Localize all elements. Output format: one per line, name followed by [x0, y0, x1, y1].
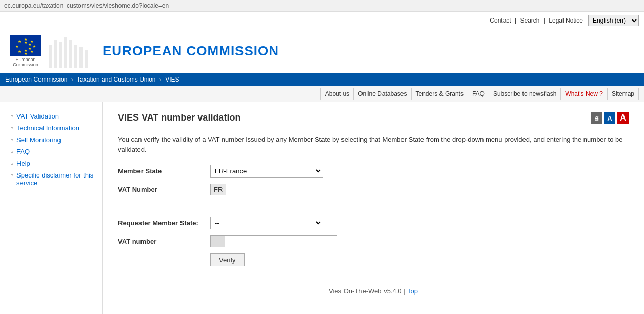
breadcrumb-ec[interactable]: European Commission [5, 76, 67, 83]
sidebar-item-technical-info[interactable]: Technical Information [10, 124, 97, 132]
content-area: VIES VAT number validation 🖨 A A You can… [103, 102, 644, 314]
form-section-2: Requester Member State: -- AT-Austria FR… [118, 217, 629, 266]
print-button[interactable]: 🖨 [591, 112, 602, 124]
vat-number-2-input[interactable] [225, 235, 337, 247]
svg-rect-20 [85, 50, 88, 68]
svg-text:★: ★ [24, 40, 27, 44]
menu-about-us[interactable]: About us [320, 88, 353, 100]
svg-text:★: ★ [24, 51, 27, 55]
footer-text: Vies On-The-Web v5.4.0 [329, 287, 402, 295]
icon-bar: 🖨 A A [591, 112, 629, 124]
svg-rect-17 [69, 40, 72, 68]
member-state-label: Member State [118, 167, 210, 175]
building-silhouette [46, 34, 92, 68]
svg-rect-15 [59, 42, 62, 68]
header: ★ ★ ★ ★ ★ ★ ★ ★ ★ ★ ★ ★ EuropeanCom [0, 29, 644, 73]
svg-rect-14 [54, 40, 57, 68]
vat-prefix-2 [210, 235, 225, 247]
font-large-button[interactable]: A [617, 112, 629, 124]
breadcrumb-bar: European Commission › Taxation and Custo… [0, 73, 644, 86]
svg-text:★: ★ [18, 39, 21, 43]
page-footer: Vies On-The-Web v5.4.0 | Top [118, 277, 629, 305]
form-section-1: Member State FR-France AT-Austria BE-Bel… [118, 165, 629, 195]
faq-link[interactable]: FAQ [16, 148, 30, 155]
svg-text:★: ★ [28, 42, 31, 46]
legal-notice-link[interactable]: Legal Notice [549, 17, 583, 24]
member-state-select[interactable]: FR-France AT-Austria BE-Belgium DE-Germa… [210, 165, 323, 178]
eu-label: EuropeanCommission [13, 57, 38, 67]
vat-validation-link[interactable]: VAT Validation [16, 112, 59, 120]
eu-flag: ★ ★ ★ ★ ★ ★ ★ ★ ★ ★ ★ ★ [10, 35, 41, 56]
sidebar-item-faq[interactable]: FAQ [10, 148, 97, 155]
vat-number-label: VAT Number [118, 186, 210, 193]
search-link[interactable]: Search [520, 17, 539, 24]
svg-rect-18 [74, 45, 77, 68]
svg-text:★: ★ [24, 48, 27, 52]
menu-online-databases[interactable]: Online Databases [353, 88, 411, 100]
breadcrumb-vies[interactable]: VIES [165, 76, 179, 83]
font-small-button[interactable]: A [604, 112, 615, 124]
svg-rect-19 [79, 47, 83, 68]
menu-bar: About us Online Databases Tenders & Gran… [0, 86, 644, 102]
help-link[interactable]: Help [16, 160, 30, 167]
section-divider [118, 206, 629, 206]
vat-number-row: VAT Number FR [118, 184, 629, 195]
technical-info-link[interactable]: Technical Information [16, 124, 79, 132]
menu-whats-new[interactable]: What's New ? [560, 88, 607, 100]
svg-text:★: ★ [18, 49, 21, 53]
member-state-control: FR-France AT-Austria BE-Belgium DE-Germa… [210, 165, 323, 178]
contact-link[interactable]: Contact [490, 17, 511, 24]
top-bar: Contact | Search | Legal Notice English … [0, 12, 644, 29]
self-monitoring-link[interactable]: Self Monitoring [16, 136, 61, 144]
vat-number-input[interactable] [226, 184, 338, 195]
requester-state-control: -- AT-Austria FR-France DE-Germany [210, 217, 323, 229]
member-state-row: Member State FR-France AT-Austria BE-Bel… [118, 165, 629, 178]
requester-state-row: Requester Member State: -- AT-Austria FR… [118, 217, 629, 229]
address-bar: ec.europa.eu/taxation_customs/vies/viesh… [0, 0, 644, 12]
verify-button[interactable]: Verify [210, 253, 245, 266]
footer-separator: | [404, 287, 407, 295]
vat-number-2-label: VAT number [118, 238, 210, 245]
vat-prefix: FR [210, 184, 226, 195]
menu-sitemap[interactable]: Sitemap [607, 88, 639, 100]
breadcrumb-taxation[interactable]: Taxation and Customs Union [77, 76, 155, 83]
requester-state-label: Requester Member State: [118, 219, 210, 227]
desc-content: You can verify the validity of a VAT num… [118, 135, 622, 153]
menu-subscribe[interactable]: Subscribe to newsflash [489, 88, 560, 100]
main-layout: VAT Validation Technical Information Sel… [0, 102, 644, 314]
vat-number-control: FR [210, 184, 338, 195]
svg-text:★: ★ [28, 46, 31, 50]
logo-area: ★ ★ ★ ★ ★ ★ ★ ★ ★ ★ ★ ★ EuropeanCom [10, 34, 92, 68]
sidebar-item-disclaimer[interactable]: Specific disclaimer for this service [10, 171, 97, 187]
language-select[interactable]: English (en) Français (fr) Deutsch (de) [588, 15, 639, 26]
page-title: VIES VAT number validation [118, 112, 240, 123]
sidebar-item-help[interactable]: Help [10, 160, 97, 167]
requester-state-select[interactable]: -- AT-Austria FR-France DE-Germany [210, 217, 323, 229]
description-text: You can verify the validity of a VAT num… [118, 134, 629, 154]
disclaimer-link[interactable]: Specific disclaimer for this service [16, 171, 97, 187]
sidebar: VAT Validation Technical Information Sel… [0, 102, 103, 314]
vat-number-2-control [210, 235, 337, 247]
content-header: VIES VAT number validation 🖨 A A [118, 112, 629, 128]
svg-text:★: ★ [33, 44, 36, 48]
verify-row: Verify [210, 253, 629, 266]
top-link[interactable]: Top [407, 287, 418, 295]
sidebar-item-vat-validation[interactable]: VAT Validation [10, 112, 97, 120]
menu-faq[interactable]: FAQ [468, 88, 489, 100]
vat-number-2-row: VAT number [118, 235, 629, 247]
sidebar-item-self-monitoring[interactable]: Self Monitoring [10, 136, 97, 144]
svg-rect-16 [64, 37, 67, 68]
svg-text:★: ★ [15, 44, 18, 48]
commission-title: EUROPEAN COMMISSION [103, 43, 279, 59]
menu-tenders-grants[interactable]: Tenders & Grants [411, 88, 468, 100]
url-text: ec.europa.eu/taxation_customs/vies/viesh… [4, 2, 169, 9]
svg-text:★: ★ [30, 49, 33, 53]
svg-rect-13 [49, 45, 52, 68]
top-links: Contact | Search | Legal Notice [489, 17, 584, 24]
